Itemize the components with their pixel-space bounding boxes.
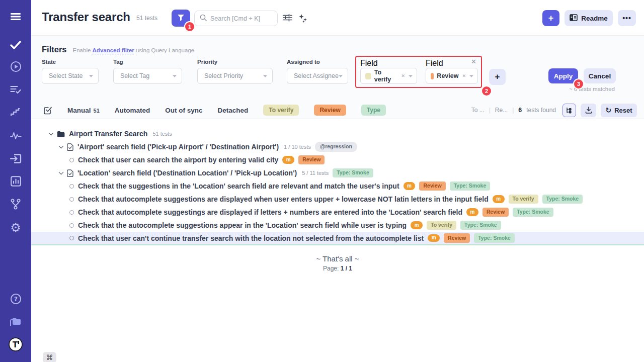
field-label: Field	[360, 59, 417, 68]
toverify-badge: To verify	[427, 221, 456, 230]
suite-meta: 5 / 11 tests	[302, 170, 329, 176]
chevron-down-icon[interactable]	[59, 143, 64, 148]
filters-hint: Enable Advanced filter using Query Langu…	[73, 47, 195, 53]
chevron-down-icon	[469, 75, 473, 77]
add-button[interactable]: +	[542, 10, 559, 26]
chevron-down-icon[interactable]	[59, 169, 64, 174]
test-title: Check that the autocomplete suggestions …	[78, 221, 407, 229]
filter-group-state: State Select State	[42, 59, 99, 84]
sliders-icon[interactable]	[283, 14, 292, 24]
analytics-icon[interactable]	[0, 174, 31, 188]
smoke-badge: Type: Smoke	[542, 195, 583, 204]
runs-play-icon[interactable]	[0, 60, 31, 73]
tree-suite-row[interactable]: 'Airport' search field ('Pick-up Airport…	[31, 140, 644, 153]
menu-icon[interactable]	[0, 10, 31, 23]
projects-folder-icon[interactable]	[0, 315, 31, 328]
tab-detached[interactable]: Detached	[218, 107, 249, 114]
tree-folder-row[interactable]: Airport Transfer Search51 tests	[31, 127, 644, 140]
test-status-circle-icon	[69, 184, 74, 189]
field-select-review[interactable]: Review ✕	[426, 68, 478, 84]
keyboard-shortcut-button[interactable]: ⌘	[43, 352, 56, 362]
branch-icon[interactable]	[0, 198, 31, 211]
chevron-down-icon[interactable]	[49, 130, 54, 135]
book-icon	[570, 14, 578, 23]
chip-to-verify[interactable]: To verify	[263, 105, 299, 116]
apply-button[interactable]: Apply	[548, 68, 578, 83]
tab-automated[interactable]: Automated	[115, 107, 150, 114]
steps-icon[interactable]	[0, 106, 31, 119]
test-title: Check that the suggestions in the 'Locat…	[78, 182, 399, 190]
tree-test-row[interactable]: Check that the suggestions in the 'Locat…	[31, 179, 644, 193]
tab-manual[interactable]: Manual51	[67, 107, 100, 114]
tree-test-row[interactable]: Check that user can't continue transfer …	[31, 232, 644, 245]
remove-value-icon[interactable]: ✕	[401, 73, 405, 78]
field-label: Field	[426, 59, 478, 68]
tests-check-icon[interactable]	[0, 38, 31, 51]
tree-test-row[interactable]: Check that autocomplete suggestings are …	[31, 206, 644, 219]
settings-gear-icon[interactable]: ⚙	[0, 221, 31, 234]
more-button[interactable]: •••	[618, 10, 636, 26]
sidebar: ⚙ ? T	[0, 0, 31, 362]
priority-select[interactable]: Select Priority	[197, 68, 273, 84]
filter-group-tag: Tag Select Tag	[113, 59, 182, 84]
suite-meta: 1 / 10 tests	[284, 144, 311, 150]
svg-text:?: ?	[14, 296, 18, 303]
chevron-down-icon	[409, 75, 413, 77]
readme-button[interactable]: Readme	[565, 10, 613, 26]
tree-view-button[interactable]	[562, 104, 576, 117]
tab-out-of-sync[interactable]: Out of sync	[165, 107, 202, 114]
tree-test-row[interactable]: Check that autocomplete suggestions are …	[31, 193, 644, 206]
filters-heading: Filters	[42, 45, 67, 54]
tree-test-row[interactable]: Check that user can search the airport b…	[31, 153, 644, 166]
chevron-down-icon	[263, 75, 267, 77]
test-plans-icon[interactable]	[0, 83, 31, 96]
end-of-list-text: ~ That's all ~	[31, 254, 644, 263]
page-header: Transfer search 51 tests 1 + Readme	[31, 0, 644, 36]
priority-label: Priority	[197, 59, 273, 65]
review-badge: Review	[482, 208, 509, 217]
test-status-circle-icon	[69, 236, 74, 240]
search-icon	[200, 14, 207, 23]
page-title: Transfer search	[42, 10, 130, 24]
search-input[interactable]	[210, 15, 271, 22]
tree-suite-row[interactable]: 'Location' search field ('Destination Lo…	[31, 166, 644, 179]
field-select-toverify[interactable]: To verify ✕	[360, 68, 417, 84]
sparkles-icon[interactable]	[298, 14, 307, 25]
help-icon[interactable]: ?	[0, 292, 31, 305]
app-logo[interactable]: T	[0, 338, 31, 351]
reset-button[interactable]: ↻ Reset	[601, 104, 637, 117]
tag-select[interactable]: Select Tag	[113, 68, 182, 84]
filter-group-assignee: Assigned to Select Assignee	[287, 59, 348, 84]
tag-label: Tag	[113, 59, 182, 65]
search-box[interactable]	[194, 11, 278, 26]
m-badge: m	[428, 234, 440, 242]
readme-label: Readme	[581, 15, 608, 22]
folder-meta: 51 tests	[152, 131, 172, 137]
remove-value-icon[interactable]: ✕	[462, 73, 466, 78]
chevron-down-icon	[339, 75, 343, 77]
truncated-filter-b[interactable]: Re...	[495, 107, 508, 114]
chip-type[interactable]: Type	[361, 105, 386, 116]
pulse-icon[interactable]	[0, 129, 31, 142]
test-status-circle-icon	[69, 210, 74, 215]
advanced-filter-link[interactable]: Advanced filter	[93, 47, 134, 53]
m-badge: m	[411, 221, 423, 229]
test-status-circle-icon	[69, 197, 74, 202]
truncated-filter-a[interactable]: To ...	[471, 107, 485, 114]
review-badge: Review	[444, 233, 470, 242]
select-all-icon[interactable]	[43, 106, 52, 115]
state-select[interactable]: Select State	[42, 68, 99, 84]
tree-test-row[interactable]: Check that the autocomplete suggestions …	[31, 219, 644, 232]
assignee-select[interactable]: Select Assignee	[287, 68, 348, 84]
test-status-circle-icon	[69, 223, 74, 228]
import-icon[interactable]	[0, 152, 31, 165]
chip-review[interactable]: Review	[314, 105, 346, 116]
review-color-chip	[431, 73, 434, 79]
funnel-icon	[177, 14, 185, 23]
test-title: Check that user can't continue transfer …	[78, 234, 424, 242]
add-filter-button[interactable]: +	[489, 69, 506, 85]
review-badge: Review	[298, 155, 325, 164]
cancel-button[interactable]: Cancel	[584, 68, 616, 83]
download-icon[interactable]	[581, 104, 596, 117]
smoke-badge: Type: Smoke	[450, 182, 491, 191]
